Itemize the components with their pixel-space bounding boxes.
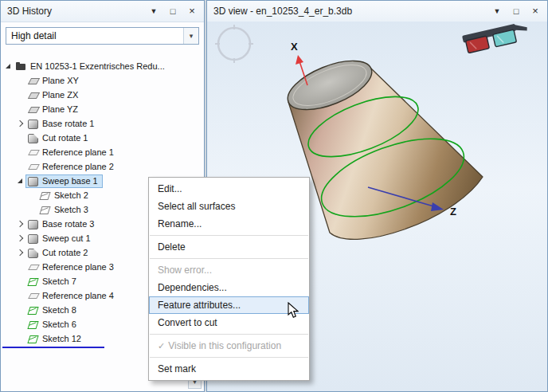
tree-item-label: Reference plane 4 [42, 291, 114, 300]
tree-item-reference-plane-1[interactable]: Reference plane 1 [1, 145, 204, 159]
menu-item-visible-in-this-configuration: ✓Visible in this configuration [149, 337, 309, 355]
pin-icon[interactable]: ▼ [148, 6, 159, 17]
tree-item-content: Sketch 2 [37, 189, 93, 202]
menu-separator [150, 357, 308, 358]
refplane-icon [27, 147, 39, 158]
menu-item-label: Rename... [158, 218, 202, 229]
tree-item-label: Sketch 6 [42, 319, 76, 329]
menu-item-convert-to-cut[interactable]: Convert to cut [149, 314, 309, 331]
solid-icon [27, 118, 39, 129]
plane-icon [27, 104, 39, 115]
tree-item-content: Reference plane 2 [25, 160, 119, 174]
tree-item-content: Sketch 8 [25, 304, 81, 317]
mouse-cursor [288, 302, 299, 322]
view-window-buttons: ▼ □ × [491, 6, 541, 17]
tree-item-label: Plane XY [42, 76, 79, 85]
menu-item-label: Visible in this configuration [168, 340, 281, 351]
menu-separator [150, 235, 308, 236]
tree-item-content: Reference plane 1 [25, 146, 119, 159]
tree-item-label: Plane ZX [42, 90, 78, 100]
cut-icon [27, 247, 39, 258]
tree-item-label: Base rotate 1 [42, 119, 94, 128]
menu-item-feature-attributes[interactable]: Feature attributes... [149, 296, 309, 314]
menu-item-set-mark[interactable]: Set mark [149, 360, 309, 378]
expander-spacer [14, 104, 25, 115]
refplane-icon [27, 290, 39, 301]
detail-level-dropdown[interactable]: High detail ▾ [6, 27, 199, 45]
expander-spacer [26, 190, 37, 201]
tree-item-label: Reference plane 2 [42, 162, 114, 171]
dropdown-arrow-icon[interactable]: ▾ [183, 28, 198, 44]
cut-icon [27, 132, 39, 143]
menu-item-show-error: Show error... [149, 261, 309, 279]
history-titlebar: 3D History ▼ □ × [1, 1, 204, 22]
tree-item-content: Sweep base 1 [25, 174, 103, 188]
tree-item-content: Sketch 6 [25, 318, 81, 331]
expander-glyph [6, 64, 10, 69]
tree-item-content: Reference plane 3 [25, 261, 119, 274]
menu-item-delete[interactable]: Delete [149, 238, 309, 256]
tree-item-plane-xy[interactable]: Plane XY [1, 73, 204, 88]
menu-item-label: Edit... [158, 183, 182, 194]
folder-icon [15, 61, 27, 72]
tree-item-content: Plane ZX [25, 88, 83, 102]
solid-icon [27, 175, 39, 186]
tree-item-base-rotate-1[interactable]: Base rotate 1 [1, 116, 204, 131]
plane-icon [27, 89, 39, 100]
menu-item-select-all-surfaces[interactable]: Select all surfaces [149, 198, 309, 215]
expander-spacer [14, 147, 25, 158]
tree-item-label: EN 10253-1 Exzentrisches Redu... [30, 61, 165, 71]
menu-item-label: Show error... [158, 265, 212, 276]
check-icon: ✓ [158, 341, 165, 351]
sketch-icon [27, 276, 39, 287]
sketch-icon [39, 204, 51, 215]
menu-item-dependencies[interactable]: Dependencies... [149, 279, 309, 296]
expander-spacer [14, 261, 25, 272]
tree-item-label: Sketch 3 [54, 205, 88, 214]
expander-spacer [26, 204, 37, 215]
expand-arrow-icon[interactable] [14, 247, 25, 258]
axis-z-label: Z [450, 206, 456, 218]
pin-icon[interactable]: ▼ [491, 6, 503, 17]
menu-item-label: Delete [158, 241, 186, 253]
tree-item-content: Cut rotate 1 [25, 131, 92, 145]
tree-item-label: Plane YZ [42, 104, 78, 114]
tree-item-label: Reference plane 1 [42, 147, 114, 157]
tree-item-plane-yz[interactable]: Plane YZ [1, 102, 204, 116]
expander-spacer [14, 132, 25, 143]
tree-item-label: Cut rotate 1 [42, 133, 88, 143]
view-panel-title: 3D view - en_10253_4_er_b.3db [213, 6, 352, 17]
close-icon[interactable]: × [530, 6, 541, 17]
maximize-icon[interactable]: □ [511, 6, 522, 17]
maximize-icon[interactable]: □ [167, 6, 178, 17]
context-menu: Edit...Select all surfacesRename...Delet… [148, 177, 310, 381]
tree-item-label: Sketch 12 [42, 334, 81, 343]
collapse-arrow-icon[interactable] [14, 175, 25, 186]
tree-item-label: Base rotate 3 [42, 219, 94, 229]
tree-item-content: Cut rotate 2 [25, 246, 92, 260]
expander-spacer [14, 290, 25, 301]
expand-arrow-icon[interactable] [14, 218, 25, 229]
collapse-arrow-icon[interactable] [2, 61, 14, 72]
refplane-icon [27, 161, 39, 172]
expand-arrow-icon[interactable] [14, 233, 25, 244]
sketch-icon [27, 333, 39, 344]
tree-item-label: Sketch 7 [42, 276, 76, 286]
tree-item-plane-zx[interactable]: Plane ZX [1, 88, 204, 102]
close-icon[interactable]: × [186, 6, 198, 17]
tree-item-content: Plane YZ [25, 103, 83, 116]
solid-icon [27, 218, 39, 229]
tree-item-en-10253-1-exzentrisches-redu[interactable]: EN 10253-1 Exzentrisches Redu... [1, 59, 204, 73]
tree-item-content: EN 10253-1 Exzentrisches Redu... [14, 60, 170, 73]
menu-separator [150, 334, 308, 335]
expand-arrow-icon[interactable] [14, 118, 25, 129]
detail-level-value: High detail [6, 30, 183, 41]
menu-item-rename[interactable]: Rename... [149, 215, 309, 233]
tree-item-content: Base rotate 1 [25, 117, 99, 131]
expander-spacer [14, 89, 25, 100]
expander-glyph [17, 235, 23, 241]
application-window: 3D History ▼ □ × High detail ▾ EN 10253-… [0, 0, 548, 392]
tree-item-cut-rotate-1[interactable]: Cut rotate 1 [1, 131, 204, 145]
tree-item-reference-plane-2[interactable]: Reference plane 2 [1, 159, 204, 174]
menu-item-edit[interactable]: Edit... [149, 180, 309, 198]
